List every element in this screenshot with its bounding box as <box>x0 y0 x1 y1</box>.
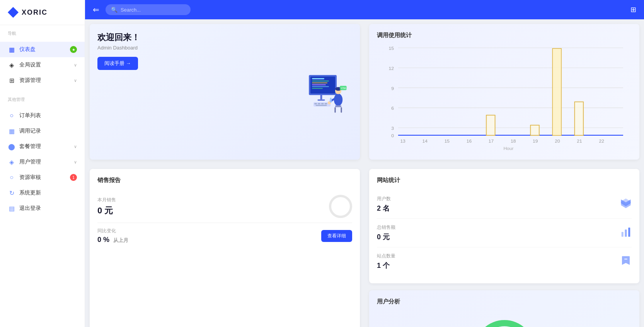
svg-rect-15 <box>316 105 327 106</box>
bar-chart: 0 3 6 9 12 15 13 14 15 16 17 18 19 20 21 <box>377 44 632 152</box>
svg-text:15: 15 <box>389 46 394 51</box>
svg-text:3: 3 <box>391 126 394 131</box>
svg-rect-4 <box>312 82 327 83</box>
website-stats-title: 网站统计 <box>377 177 632 184</box>
svg-rect-62 <box>625 229 627 237</box>
svg-rect-23 <box>330 98 332 102</box>
svg-rect-51 <box>486 115 495 135</box>
chevron-down-icon: ∨ <box>74 78 77 83</box>
monthly-sales-group: 本月销售 0 元 <box>97 197 116 216</box>
svg-text:17: 17 <box>489 138 494 144</box>
svg-text:20: 20 <box>555 138 560 144</box>
sidebar-item-system-update[interactable]: ↻ 系统更新 <box>0 185 85 201</box>
svg-rect-7 <box>312 88 323 89</box>
main-area: ⇐ 🔍 ⊞ 欢迎回来！ Admin Dashboard 阅读手册 → <box>85 0 644 327</box>
user-analysis-card: 用户分析 2名 <box>369 290 639 327</box>
svg-rect-12 <box>318 103 320 104</box>
svg-rect-3 <box>312 80 329 81</box>
svg-rect-63 <box>628 227 630 237</box>
bookmark-icon <box>620 255 632 269</box>
svg-text:21: 21 <box>577 138 582 144</box>
resource-audit-icon: ○ <box>8 174 15 181</box>
read-manual-button[interactable]: 阅读手册 → <box>97 57 138 70</box>
chevron-down-icon: ∨ <box>74 160 77 165</box>
sidebar-item-label: 套餐管理 <box>19 143 70 150</box>
sidebar-item-logout[interactable]: ▤ 退出登录 <box>0 201 85 216</box>
welcome-card: 欢迎回来！ Admin Dashboard 阅读手册 → <box>90 24 360 160</box>
welcome-illustration: HTML <box>290 69 352 115</box>
total-sales-value: 0 元 <box>377 232 395 242</box>
svg-rect-53 <box>531 125 539 135</box>
sidebar-item-global-settings[interactable]: ◈ 全局设置 ∨ <box>0 57 85 73</box>
monthly-sales-label: 本月销售 <box>97 197 116 203</box>
svg-text:0: 0 <box>391 133 394 138</box>
svg-rect-55 <box>553 49 561 135</box>
sales-donut-chart <box>329 195 352 218</box>
svg-text:9: 9 <box>391 86 394 91</box>
package-mgmt-icon: ⬤ <box>8 143 15 150</box>
chevron-down-icon: ∨ <box>74 144 77 149</box>
svg-text:15: 15 <box>445 138 450 144</box>
svg-rect-20 <box>335 105 341 107</box>
svg-text:14: 14 <box>423 138 428 144</box>
sidebar-item-dashboard[interactable]: ▦ 仪表盘 ★ <box>0 42 85 57</box>
svg-text:12: 12 <box>389 66 394 71</box>
sidebar-item-label: 全局设置 <box>19 61 70 68</box>
brand-name: XORIC <box>22 9 48 17</box>
layers-icon <box>620 198 632 211</box>
logo-icon <box>8 7 19 18</box>
user-count-value: 2 名 <box>377 204 391 213</box>
site-count-value: 1 个 <box>377 261 395 270</box>
logo-area: XORIC <box>0 0 85 25</box>
topbar: ⇐ 🔍 ⊞ <box>85 0 644 19</box>
website-stats-card: 网站统计 用户数 2 名 <box>369 169 639 283</box>
svg-rect-24 <box>331 97 331 99</box>
user-analysis-title: 用户分析 <box>377 298 632 305</box>
svg-rect-11 <box>314 103 317 104</box>
right-bottom-section: 网站统计 用户数 2 名 <box>365 164 644 327</box>
sidebar-item-resource-audit[interactable]: ○ 资源审核 1 <box>0 170 85 185</box>
change-value: 0 % 从上月 <box>97 236 128 244</box>
search-box[interactable]: 🔍 <box>106 4 191 15</box>
svg-text:6: 6 <box>391 106 394 111</box>
global-settings-icon: ◈ <box>8 61 15 69</box>
svg-text:16: 16 <box>467 138 472 144</box>
sidebar-item-package-management[interactable]: ⬤ 套餐管理 ∨ <box>0 139 85 154</box>
sidebar-item-label: 仪表盘 <box>19 46 66 53</box>
nav-section-label: 导航 <box>0 25 85 39</box>
monthly-sales-inner: 本月销售 0 元 <box>97 195 352 218</box>
sidebar: XORIC 导航 ▦ 仪表盘 ★ ◈ 全局设置 ∨ ⊞ 资源管理 ∨ 其他管理 … <box>0 0 85 327</box>
svg-rect-22 <box>341 107 342 112</box>
user-count-label: 用户数 <box>377 196 391 202</box>
dashboard-icon: ▦ <box>8 46 15 53</box>
stats-grid: 用户数 2 名 总销售额 <box>377 190 632 276</box>
sidebar-item-resource-management[interactable]: ⊞ 资源管理 ∨ <box>0 73 85 88</box>
detail-button[interactable]: 查看详细 <box>321 230 352 242</box>
svg-rect-21 <box>334 107 336 112</box>
svg-rect-13 <box>321 103 324 104</box>
monthly-sales-row: 本月销售 0 元 <box>97 190 352 223</box>
svg-rect-57 <box>575 102 583 135</box>
svg-text:HTML: HTML <box>341 87 346 89</box>
svg-point-66 <box>477 323 532 327</box>
chevron-down-icon: ∨ <box>74 63 77 68</box>
user-donut-chart: 2名 <box>377 312 632 327</box>
sidebar-item-user-management[interactable]: ◈ 用户管理 ∨ <box>0 154 85 170</box>
logout-icon: ▤ <box>8 204 15 212</box>
svg-point-16 <box>334 94 342 106</box>
user-count-info: 用户数 2 名 <box>377 196 391 213</box>
sidebar-item-label: 系统更新 <box>19 189 77 196</box>
sidebar-item-order-list[interactable]: ○ 订单列表 <box>0 108 85 123</box>
user-mgmt-icon: ◈ <box>8 158 15 166</box>
topbar-menu-icon[interactable]: ⊞ <box>630 5 636 14</box>
system-update-icon: ↻ <box>8 189 15 197</box>
sales-card: 销售报告 本月销售 0 元 同比变化 0 % 从上月 <box>90 169 360 327</box>
sidebar-item-label: 资源管理 <box>19 77 70 84</box>
search-input[interactable] <box>121 7 182 13</box>
sidebar-item-call-records[interactable]: ▦ 调用记录 <box>0 123 85 139</box>
total-sales-label: 总销售额 <box>377 224 395 231</box>
sidebar-toggle-button[interactable]: ⇐ <box>93 5 99 14</box>
svg-rect-61 <box>622 232 624 237</box>
sidebar-item-label: 用户管理 <box>19 158 70 165</box>
change-label: 同比变化 <box>97 228 128 234</box>
